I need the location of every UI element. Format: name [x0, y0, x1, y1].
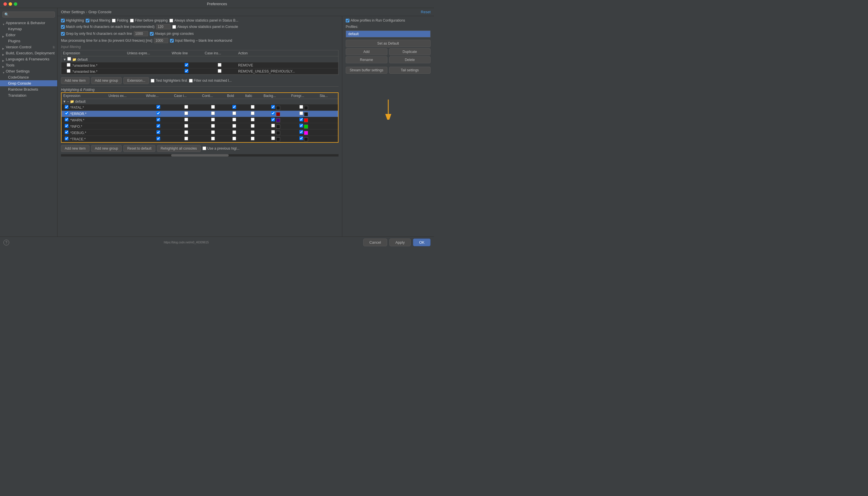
table-row[interactable]: .*WARN.* — [62, 117, 338, 123]
table-row[interactable]: .*TRACE.* — [62, 136, 338, 142]
folding-checkbox[interactable] — [112, 19, 116, 22]
table-row[interactable]: .*unwanted line.* REMOVE — [61, 62, 338, 68]
bg-color-swatch[interactable] — [276, 118, 280, 122]
sidebar-item-other-settings[interactable]: Other Settings — [0, 68, 57, 74]
whole-line-checkbox[interactable] — [185, 63, 188, 67]
case-checkbox[interactable] — [184, 118, 188, 121]
sidebar-item-translation[interactable]: Translation — [0, 92, 57, 98]
add-new-group-hl-button[interactable]: Add new group — [91, 145, 122, 152]
sidebar-item-plugins[interactable]: Plugins — [0, 38, 57, 44]
bg-checkbox[interactable] — [271, 118, 275, 121]
row-checkbox[interactable] — [65, 130, 68, 134]
sidebar-item-build[interactable]: Build, Execution, Deployment — [0, 50, 57, 56]
table-row[interactable]: .*unwanted line.* REMOVE_UNLESS_PREVIOUS… — [61, 68, 338, 75]
cell-fg[interactable] — [290, 110, 318, 117]
bg-color-swatch[interactable] — [276, 137, 280, 141]
tail-settings-button[interactable]: Tail settings — [389, 67, 431, 74]
use-previous-hl-checkbox[interactable] — [203, 146, 206, 150]
row-checkbox[interactable] — [65, 124, 68, 128]
sidebar-item-rainbow-brackets[interactable]: Rainbow Brackets — [0, 86, 57, 92]
always-pin-checkbox[interactable] — [150, 32, 154, 36]
rehighlight-all-button[interactable]: Rehighlight all consoles — [157, 145, 201, 152]
cell-bg[interactable] — [262, 117, 289, 123]
sidebar-item-languages[interactable]: Languages & Frameworks — [0, 56, 57, 62]
cell-fg[interactable] — [290, 136, 318, 142]
cell-bg[interactable] — [262, 123, 289, 129]
case-checkbox[interactable] — [184, 137, 188, 140]
row-checkbox[interactable] — [65, 118, 68, 121]
case-checkbox[interactable] — [184, 130, 188, 134]
bold-checkbox[interactable] — [232, 105, 236, 109]
always-show-status-checkbox[interactable] — [169, 19, 173, 22]
add-new-item-filter-button[interactable]: Add new item — [61, 77, 90, 84]
ok-button[interactable]: OK — [413, 238, 430, 246]
case-checkbox[interactable] — [184, 111, 188, 115]
sidebar-item-keymap[interactable]: Keymap — [0, 26, 57, 32]
input-filtering-checkbox[interactable] — [86, 19, 90, 22]
sidebar-item-version-control[interactable]: Version Control ⎘ — [0, 44, 57, 50]
close-button[interactable] — [3, 2, 7, 6]
whole-checkbox[interactable] — [156, 118, 160, 121]
case-checkbox[interactable] — [184, 124, 188, 128]
italic-checkbox[interactable] — [251, 137, 254, 140]
bg-color-swatch[interactable] — [276, 125, 280, 129]
sidebar-item-appearance[interactable]: Appearance & Behavior — [0, 20, 57, 26]
whole-checkbox[interactable] — [156, 137, 160, 140]
case-checkbox[interactable] — [184, 105, 188, 109]
rename-profile-button[interactable]: Rename — [346, 57, 388, 63]
italic-checkbox[interactable] — [251, 124, 254, 128]
stream-buffer-button[interactable]: Stream buffer settings — [346, 67, 388, 74]
bg-checkbox[interactable] — [271, 124, 275, 127]
bg-checkbox[interactable] — [271, 136, 275, 140]
conti-checkbox[interactable] — [211, 124, 215, 128]
table-row[interactable]: .*DEBUG.* — [62, 129, 338, 136]
row-checkbox[interactable] — [67, 69, 70, 73]
fg-checkbox[interactable] — [299, 118, 303, 121]
fg-checkbox[interactable] — [299, 130, 303, 134]
cell-bg[interactable] — [262, 110, 289, 117]
bold-checkbox[interactable] — [232, 137, 236, 140]
fg-color-swatch[interactable] — [304, 125, 308, 129]
apply-button[interactable]: Apply — [390, 238, 411, 246]
fg-checkbox[interactable] — [299, 136, 303, 140]
bold-checkbox[interactable] — [232, 118, 236, 121]
fg-checkbox[interactable] — [299, 105, 303, 109]
cell-fg[interactable] — [290, 105, 318, 111]
bg-color-swatch[interactable] — [276, 131, 280, 135]
add-new-group-filter-button[interactable]: Add new group — [91, 77, 122, 84]
cell-bg[interactable] — [262, 129, 289, 136]
cell-bg[interactable] — [262, 136, 289, 142]
sidebar-item-grep-console[interactable]: Grep Console — [0, 80, 57, 86]
duplicate-profile-button[interactable]: Duplicate — [389, 48, 431, 55]
bg-color-swatch[interactable] — [276, 106, 280, 110]
add-profile-button[interactable]: Add — [346, 48, 388, 55]
allow-profiles-checkbox[interactable] — [346, 19, 349, 22]
table-row[interactable]: .*ERROR.* — [62, 110, 338, 117]
case-ins-checkbox[interactable] — [218, 63, 221, 67]
filter-not-matched-checkbox[interactable] — [189, 79, 193, 82]
conti-checkbox[interactable] — [211, 137, 215, 140]
add-new-item-hl-button[interactable]: Add new item — [61, 145, 90, 152]
sidebar-item-tools[interactable]: Tools — [0, 62, 57, 68]
table-row[interactable]: ▼ 📁 default — [61, 57, 338, 62]
row-checkbox[interactable] — [65, 105, 68, 109]
whole-line-checkbox[interactable] — [185, 69, 188, 73]
conti-checkbox[interactable] — [211, 111, 215, 115]
blank-line-checkbox[interactable] — [170, 39, 174, 43]
maximize-button[interactable] — [14, 2, 17, 6]
cell-bg[interactable] — [262, 105, 289, 111]
fg-color-swatch[interactable] — [304, 106, 308, 110]
test-highlighters-checkbox[interactable] — [151, 79, 155, 82]
fg-color-swatch[interactable] — [304, 112, 308, 116]
grep-first-n-input[interactable] — [134, 31, 148, 36]
bg-checkbox[interactable] — [271, 130, 275, 134]
delete-profile-button[interactable]: Delete — [389, 57, 431, 63]
help-button[interactable]: ? — [3, 240, 9, 245]
case-ins-checkbox[interactable] — [218, 69, 221, 73]
max-processing-input[interactable] — [154, 38, 168, 43]
conti-checkbox[interactable] — [211, 130, 215, 134]
bg-checkbox[interactable] — [271, 105, 275, 109]
whole-checkbox[interactable] — [156, 105, 160, 109]
conti-checkbox[interactable] — [211, 118, 215, 121]
bg-checkbox[interactable] — [271, 111, 275, 115]
